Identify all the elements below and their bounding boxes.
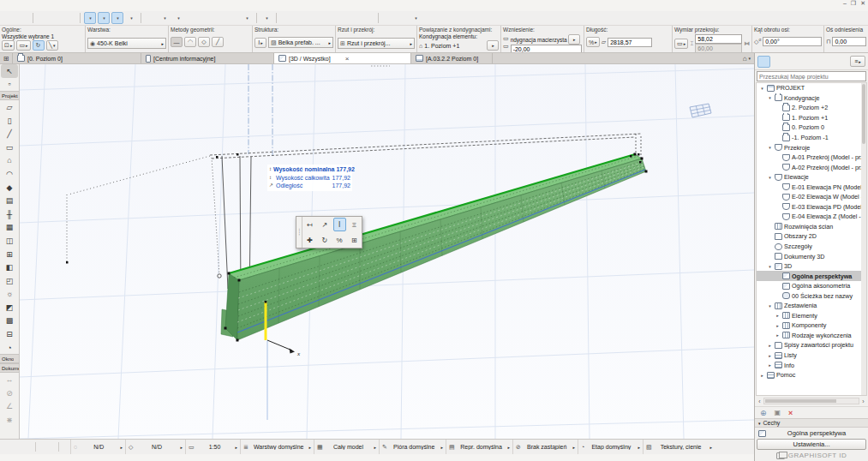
geometry-slanted-button[interactable]: ╱ (212, 37, 224, 47)
dimension-tool[interactable]: ↔ (0, 373, 19, 386)
fillet-icon[interactable] (335, 12, 347, 24)
tree-item-elewacje[interactable]: ▾ Elewacje (757, 172, 866, 183)
tree-item-elewacja-e03[interactable]: E-03 Elewacja PD (Model - przebudow (757, 202, 866, 213)
tree-item-elewacja-e02[interactable]: E-02 Elewacja W (Model - przebudow (757, 192, 866, 202)
tab-a0322-poziom-0[interactable]: [A.03.2.2 Poziom 0] (411, 53, 493, 63)
undo-icon[interactable] (3, 12, 15, 24)
render-mode-dropdown[interactable]: ▧ Tekstury, cienie ▸ (643, 440, 715, 455)
toolbar-separator[interactable] (378, 13, 379, 23)
tree-item-elewacja-e01[interactable]: E-01 Elewacja PN (Model - przebudow (757, 182, 866, 192)
curtain-wall-tool[interactable]: ▦ (0, 221, 19, 235)
tree-item-dokumenty-3d[interactable]: Dokumenty 3D (757, 251, 866, 261)
maximize-icon[interactable]: ❐ (851, 0, 856, 7)
tree-item-szczegoly[interactable]: Szczegóły (757, 242, 866, 252)
group-lock-icon[interactable] (172, 12, 184, 24)
representation-dropdown[interactable]: ▤ Repr. domyślna ▸ (446, 440, 512, 455)
rotate-mode-button[interactable]: ↻ (33, 40, 45, 51)
marquee-tool[interactable]: ▫ (0, 78, 19, 92)
tab-3d-wszystko[interactable]: [3D / Wszystko] × (274, 53, 411, 63)
tree-item-przekroj-a01[interactable]: A-01 Przekrój (Model - przebudowani (757, 153, 866, 163)
pet-stretch-profile-icon[interactable]: Ξ (348, 218, 361, 231)
redo-icon[interactable] (17, 12, 29, 24)
tree-item-poziom-plus1[interactable]: 1. Poziom +1 (757, 113, 866, 123)
tab-close-icon[interactable]: × (345, 55, 350, 63)
toolbar-separator[interactable] (256, 13, 257, 23)
grid-snap-icon[interactable] (125, 12, 137, 24)
tree-item-pomoc[interactable]: ▸ Pomoc (757, 370, 866, 380)
tree-item-elewacja-e04[interactable]: E-04 Elewacja Z (Model - przebudowa (757, 212, 866, 222)
grid-element-tool[interactable]: ⊟ (0, 327, 19, 341)
chevron-down-icon[interactable]: ▾ (748, 56, 751, 61)
tab-centrum-informacyjne[interactable]: [Centrum informacyjne] (141, 53, 274, 63)
lamp-tool[interactable]: ☼ (0, 288, 19, 302)
tree-item-poziom-0[interactable]: 0. Poziom 0 (757, 123, 866, 133)
schedule-icon[interactable] (200, 12, 212, 24)
zoom-in-icon[interactable] (24, 441, 33, 452)
object-tool[interactable]: ◰ (0, 274, 19, 288)
search-input[interactable] (757, 71, 866, 81)
tree-expander[interactable]: ▸ (775, 323, 781, 328)
railing-tool[interactable]: ╫ (0, 207, 19, 221)
elevation-input[interactable] (511, 45, 582, 52)
statusbar-separator[interactable] (35, 442, 36, 452)
scale-dropdown[interactable]: ▭ 1:50 ▸ (185, 440, 240, 455)
pet-stretch-angle-icon[interactable]: ↗ (318, 218, 331, 231)
menu-item[interactable] (28, 2, 37, 9)
beam-tool[interactable]: ╱ (0, 127, 19, 141)
level-dimension-tool[interactable]: ⋇ (0, 413, 19, 427)
mesh-tool[interactable]: ▩ (0, 314, 19, 328)
element-settings-button[interactable]: ⊡▸ (2, 40, 15, 51)
intersect-icon[interactable] (321, 12, 333, 24)
column-tool[interactable]: ▯ (0, 114, 19, 128)
plan-section-dropdown[interactable]: ⊞Rzut i przekrój...▸ (338, 38, 415, 49)
roof-tool[interactable]: ⌂ (0, 154, 19, 168)
zoom-preset-dropdown[interactable]: ◌ N/D ▸ (70, 440, 125, 455)
menu-item[interactable] (3, 2, 11, 9)
geometry-straight-button[interactable]: — (171, 37, 183, 47)
home-icon[interactable] (362, 12, 374, 24)
stair-tool[interactable]: ▤ (0, 194, 19, 207)
tree-expander[interactable]: ▾ (767, 303, 773, 308)
radial-dimension-tool[interactable]: ⊘ (0, 386, 19, 400)
adjust-icon[interactable] (308, 12, 320, 24)
publisher-icon[interactable] (801, 56, 814, 68)
menu-item[interactable] (20, 2, 28, 9)
angle-dimension-tool[interactable]: ∠ (0, 400, 19, 414)
toolbar-separator[interactable] (276, 13, 277, 23)
pet-rotate-icon[interactable]: ↻ (318, 233, 331, 247)
tree-expander[interactable]: ▾ (767, 264, 773, 269)
toolbar-separator[interactable] (141, 13, 141, 23)
axis-angle-input[interactable] (763, 37, 822, 46)
window-tool[interactable]: ⊞ (0, 248, 19, 261)
tree-expander[interactable]: ▾ (767, 95, 773, 100)
scroll-left-icon[interactable]: ‹ (756, 398, 763, 404)
tree-item-przekroje[interactable]: ▾ Przekroje (757, 142, 866, 153)
scroll-right-icon[interactable]: › (859, 398, 867, 404)
skylight-tool[interactable]: ◧ (0, 260, 19, 274)
section-height-input[interactable] (695, 44, 742, 52)
tree-item-komponenty[interactable]: ▸ Komponenty (757, 320, 866, 331)
tree-horizontal-scrollbar[interactable]: ‹ › (756, 397, 867, 405)
element-snap-icon[interactable] (111, 12, 123, 24)
toolbox-section-okno[interactable]: Okno (0, 354, 19, 363)
project-chooser-icon[interactable]: ⌂ (743, 55, 747, 63)
tree-expander[interactable]: ▾ (767, 175, 773, 180)
door-tool[interactable]: ◫ (0, 234, 19, 248)
guide-lines-icon[interactable] (84, 12, 96, 24)
tree-expander[interactable]: ▸ (767, 353, 773, 358)
menu-item[interactable] (37, 2, 45, 9)
statusbar-separator[interactable] (58, 442, 59, 452)
tree-item-sciezka-bez-nazwy[interactable]: 00 Ścieżka bez nazwy (757, 290, 866, 301)
flag-icon[interactable] (382, 12, 394, 24)
toolbox-section-projekt[interactable]: Projekt (0, 91, 19, 100)
tree-item-info[interactable]: ▸ Info (757, 360, 866, 370)
properties-header[interactable]: ▾ Cechy (755, 418, 868, 428)
pickup-parameters-icon[interactable] (51, 12, 63, 24)
close-element-icon[interactable] (213, 12, 225, 24)
toolbar-separator[interactable] (80, 13, 81, 23)
camera-tool[interactable]: ◔ (0, 341, 19, 355)
layout-book-icon[interactable] (787, 56, 799, 68)
cross-section-shape-button[interactable]: ▭▸ (674, 39, 688, 49)
compass-icon[interactable] (260, 12, 272, 24)
orbit-icon[interactable] (37, 12, 49, 24)
